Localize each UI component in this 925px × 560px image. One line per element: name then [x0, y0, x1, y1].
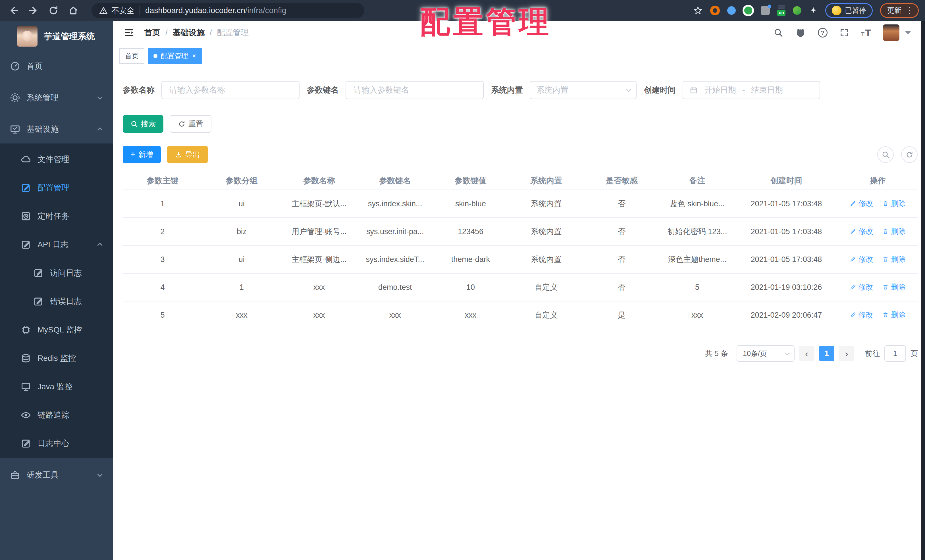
help-icon[interactable]	[818, 28, 827, 38]
table-cell: 自定义	[508, 310, 584, 320]
goto-page-input[interactable]	[884, 345, 906, 362]
column-header: 系统内置	[508, 175, 584, 186]
breadcrumb-infra[interactable]: 基础设施	[173, 27, 205, 38]
edit-label: 修改	[859, 199, 873, 209]
table-cell: 系统内置	[508, 226, 584, 237]
search-icon	[130, 120, 138, 128]
paused-extension-chip[interactable]: 已暂停	[825, 3, 873, 18]
extension-orange-icon[interactable]	[710, 6, 720, 15]
github-icon[interactable]	[795, 27, 806, 38]
sidebar-item-label: 配置管理	[38, 182, 69, 193]
search-icon[interactable]	[774, 28, 783, 38]
page-size-select[interactable]: 10条/页	[737, 345, 795, 362]
add-button[interactable]: 新增	[123, 146, 161, 163]
system-builtin-select[interactable]: 系统内置	[530, 81, 637, 99]
column-header: 是否敏感	[584, 175, 660, 186]
sidebar-item-job[interactable]: 定时任务	[0, 202, 113, 230]
sidebar-item-system[interactable]: 系统管理	[0, 84, 113, 112]
table-cell: 初始化密码 123...	[660, 226, 735, 237]
sidebar-item-label: 基础设施	[27, 124, 59, 135]
delete-link[interactable]: 删除	[882, 254, 906, 264]
prev-page-button[interactable]	[799, 346, 815, 361]
delete-link[interactable]: 删除	[882, 310, 906, 320]
bookmark-star-icon[interactable]	[693, 6, 703, 15]
tab-config[interactable]: 配置管理	[148, 48, 202, 64]
paused-label: 已暂停	[845, 6, 866, 15]
kebab-menu-icon[interactable]	[905, 5, 914, 15]
user-avatar[interactable]	[883, 24, 899, 41]
sidebar-item-label: 定时任务	[38, 211, 69, 221]
sidebar-item-logcenter[interactable]: 日志中心	[0, 429, 113, 458]
search-button[interactable]: 搜索	[123, 115, 163, 133]
fullscreen-icon[interactable]	[839, 28, 849, 38]
document-edit-icon	[33, 296, 44, 307]
sidebar-item-devtools[interactable]: 研发工具	[0, 461, 113, 489]
browser-extensions-area: cn 已暂停 更新	[693, 3, 925, 18]
date-range-picker[interactable]: 开始日期 - 结束日期	[682, 81, 820, 99]
param-name-label: 参数名称	[123, 85, 155, 95]
sidebar-item-label: 研发工具	[27, 470, 59, 480]
sidebar-item-redis[interactable]: Redis 监控	[0, 344, 113, 372]
url-host: dashboard.yudao.iocoder.cn	[145, 6, 245, 15]
delete-link[interactable]: 删除	[882, 199, 906, 209]
sidebar-item-home[interactable]: 首页	[0, 52, 113, 80]
hamburger-icon[interactable]	[124, 27, 135, 38]
sidebar-item-trace[interactable]: 链路追踪	[0, 401, 113, 429]
toggle-search-button[interactable]	[877, 146, 894, 163]
next-page-button[interactable]	[839, 346, 854, 361]
forward-icon[interactable]	[28, 5, 39, 16]
active-dot-icon	[154, 54, 157, 58]
export-button[interactable]: 导出	[167, 146, 208, 163]
refresh-table-button[interactable]	[901, 146, 917, 163]
sidebar-item-infra[interactable]: 基础设施	[0, 115, 113, 143]
caret-down-icon[interactable]	[905, 31, 911, 35]
param-key-input[interactable]	[345, 81, 484, 99]
tab-home[interactable]: 首页	[119, 48, 145, 64]
edit-link[interactable]: 修改	[850, 199, 873, 209]
extension-green-icon[interactable]	[744, 6, 752, 15]
extension-pin-icon[interactable]	[727, 6, 736, 15]
back-icon[interactable]	[8, 5, 19, 16]
edit-link[interactable]: 修改	[850, 282, 873, 292]
sidebar-item-java[interactable]: Java 监控	[0, 372, 113, 401]
column-header: 操作	[838, 175, 918, 186]
font-size-icon[interactable]	[861, 29, 871, 37]
extension-cn-icon[interactable]: cn	[777, 5, 785, 16]
extension-leaf-icon[interactable]	[793, 6, 801, 15]
delete-label: 删除	[891, 199, 906, 209]
address-bar[interactable]: 不安全 dashboard.yudao.iocoder.cn/infra/con…	[92, 3, 364, 18]
table-cell: xxx	[433, 311, 508, 320]
breadcrumb-home[interactable]: 首页	[145, 27, 160, 38]
app-header: 首页 / 基础设施 / 配置管理	[113, 21, 921, 45]
trash-icon	[882, 228, 889, 235]
sidebar-item-errorlog[interactable]: 错误日志	[0, 287, 113, 316]
reset-button[interactable]: 重置	[170, 115, 211, 133]
browser-update-button[interactable]: 更新	[880, 3, 919, 18]
param-name-input[interactable]	[161, 81, 300, 99]
extension-grid-icon[interactable]	[761, 6, 770, 15]
edit-link[interactable]: 修改	[850, 310, 873, 320]
sidebar-item-file[interactable]: 文件管理	[0, 145, 113, 174]
delete-link[interactable]: 删除	[882, 282, 906, 292]
app-logo[interactable]: 芋道管理系统	[0, 21, 113, 52]
url-path: /infra/config	[245, 6, 286, 15]
sidebar-item-accesslog[interactable]: 访问日志	[0, 259, 113, 287]
not-secure-warning-icon[interactable]	[99, 6, 108, 15]
sidebar-item-mysql[interactable]: MySQL 监控	[0, 316, 113, 344]
edit-link[interactable]: 修改	[850, 226, 873, 236]
table-cell: sys.index.sideT...	[357, 255, 433, 264]
extension-icon[interactable]	[809, 6, 818, 15]
sidebar-item-config[interactable]: 配置管理	[0, 174, 113, 202]
delete-link[interactable]: 删除	[882, 226, 906, 236]
home-icon[interactable]	[68, 5, 79, 16]
column-header: 参数键名	[357, 175, 433, 186]
table-cell-actions: 修改 删除	[838, 254, 918, 265]
reload-icon[interactable]	[48, 5, 59, 16]
sidebar-item-label: 日志中心	[38, 438, 69, 449]
table-cell: 1	[202, 283, 281, 292]
current-page[interactable]: 1	[819, 346, 835, 361]
edit-link[interactable]: 修改	[850, 254, 873, 264]
close-icon[interactable]	[192, 53, 196, 59]
sidebar-item-apilog[interactable]: API 日志	[0, 230, 113, 259]
edit-square-icon	[21, 182, 31, 193]
